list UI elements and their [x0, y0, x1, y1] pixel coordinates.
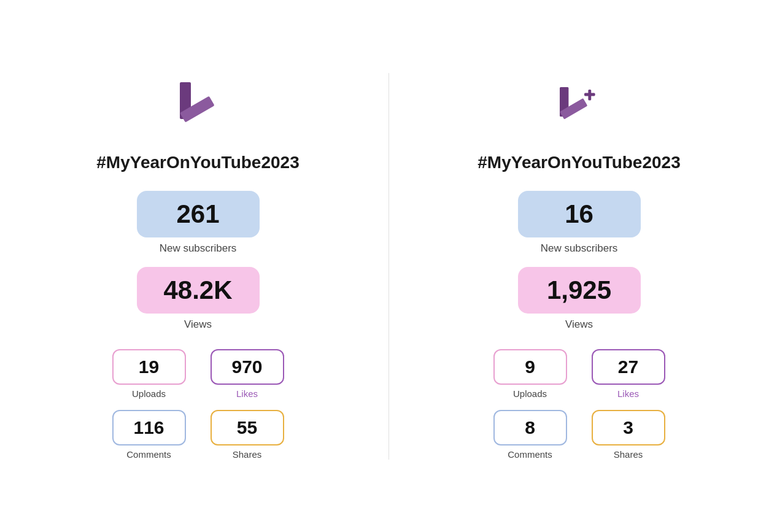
subscribers-value-2: 16 [518, 191, 641, 237]
likes-value-2: 27 [592, 349, 665, 385]
views-label-2: Views [565, 318, 593, 331]
shares-label-1: Shares [233, 449, 262, 460]
shares-value-1: 55 [211, 410, 284, 445]
comments-block-2: 8 Comments [493, 410, 567, 460]
shares-value-2: 3 [592, 410, 665, 445]
panel-divider [388, 73, 389, 460]
views-label-1: Views [184, 318, 212, 331]
subscribers-label-1: New subscribers [160, 242, 237, 255]
shares-block-2: 3 Shares [592, 410, 665, 460]
subscribers-block-2: 16 New subscribers [438, 191, 721, 255]
stats-row-2-bottom: 8 Comments 3 Shares [438, 410, 721, 460]
stats-row-1-bottom: 116 Comments 55 Shares [57, 410, 339, 460]
uploads-value-1: 19 [112, 349, 186, 385]
comments-value-2: 8 [493, 410, 567, 445]
likes-label-1: Likes [236, 388, 258, 399]
stats-row-1-top: 19 Uploads 970 Likes [57, 349, 339, 399]
svg-rect-5 [584, 93, 595, 96]
shares-block-1: 55 Shares [211, 410, 284, 460]
likes-label-2: Likes [617, 388, 639, 399]
panel-2-title: #MyYearOnYouTube2023 [477, 153, 680, 172]
subscribers-block-1: 261 New subscribers [57, 191, 339, 255]
views-value-1: 48.2K [137, 267, 260, 314]
uploads-block-1: 19 Uploads [112, 349, 186, 399]
uploads-block-2: 9 Uploads [493, 349, 567, 399]
logo-2 [549, 73, 610, 141]
comments-label-1: Comments [126, 449, 171, 460]
stats-row-2-top: 9 Uploads 27 Likes [438, 349, 721, 399]
views-block-2: 1,925 Views [438, 267, 721, 331]
views-block-1: 48.2K Views [57, 267, 339, 331]
subscribers-value-1: 261 [137, 191, 260, 237]
panel-1: #MyYearOnYouTube2023 261 New subscribers… [57, 73, 339, 460]
page-container: #MyYearOnYouTube2023 261 New subscribers… [0, 48, 777, 484]
comments-label-2: Comments [508, 449, 552, 460]
likes-value-1: 970 [211, 349, 284, 385]
uploads-value-2: 9 [493, 349, 567, 385]
shares-label-2: Shares [614, 449, 643, 460]
panel-2: #MyYearOnYouTube2023 16 New subscribers … [438, 73, 721, 460]
logo-1 [168, 73, 229, 141]
comments-value-1: 116 [112, 410, 186, 445]
panel-1-title: #MyYearOnYouTube2023 [96, 153, 299, 172]
comments-block-1: 116 Comments [112, 410, 186, 460]
likes-block-1: 970 Likes [211, 349, 284, 399]
uploads-label-2: Uploads [513, 388, 547, 399]
subscribers-label-2: New subscribers [541, 242, 618, 255]
views-value-2: 1,925 [518, 267, 641, 314]
likes-block-2: 27 Likes [592, 349, 665, 399]
uploads-label-1: Uploads [132, 388, 166, 399]
